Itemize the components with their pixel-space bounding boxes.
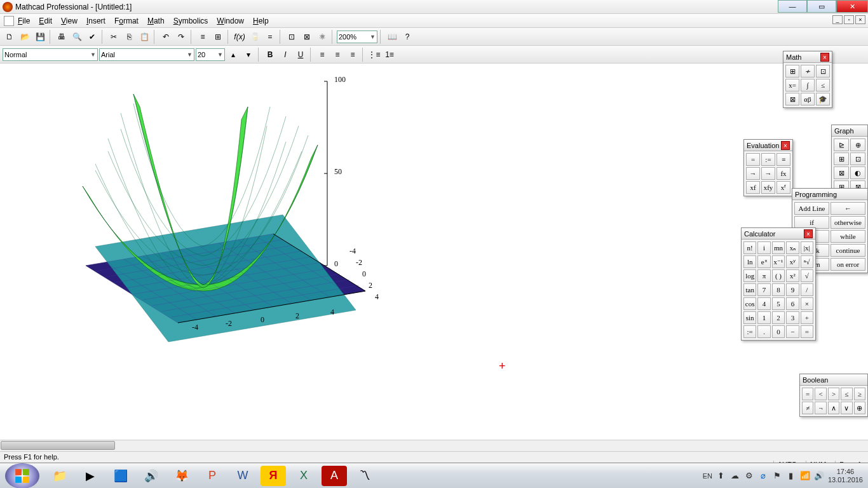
menu-edit[interactable]: Edit [39,17,52,25]
italic-icon[interactable]: I [278,48,292,62]
palette-button[interactable]: ∨ [841,402,852,414]
calc-button[interactable]: 8 [772,283,785,296]
calc-button[interactable]: eˣ [757,255,770,268]
clock[interactable]: 17:4613.01.2016 [828,468,863,484]
close-icon[interactable]: × [820,53,829,62]
underline-icon[interactable]: U [294,48,308,62]
math-palette[interactable]: Math× ⊞≁⊡x=∫≤⊠αβ🎓 [783,51,832,108]
palette-button[interactable]: xf [746,181,760,194]
calc-button[interactable]: 6 [786,297,799,310]
close-icon[interactable]: × [804,229,813,238]
save-icon[interactable]: 💾 [33,30,47,44]
palette-button[interactable]: ⊞ [834,152,849,165]
mathcad-icon[interactable]: 〽 [352,466,377,486]
sound-icon[interactable]: 🔊 [814,471,824,481]
palette-button[interactable]: ⊕ [850,139,865,151]
calc-button[interactable]: i [757,241,770,254]
volume-icon[interactable]: 🔊 [139,466,164,486]
undo-icon[interactable]: ↶ [159,30,173,44]
style-combo[interactable]: Normal▼ [3,48,98,61]
palette-button[interactable]: = [746,153,760,166]
palette-button[interactable]: while [831,230,865,243]
evaluation-palette[interactable]: Evaluation× =:=≡→→fxxfxfyxᶠ [743,139,793,196]
menu-insert[interactable]: Insert [86,17,105,25]
palette-button[interactable]: ◐ [850,166,865,179]
calc-button[interactable]: 3 [786,311,799,324]
numlist-icon[interactable]: 1≡ [383,48,397,62]
calc-button[interactable]: / [801,283,813,296]
adobe-icon[interactable]: A [322,466,347,486]
menu-window[interactable]: Window [217,17,244,25]
menu-format[interactable]: Format [114,17,139,25]
battery-icon[interactable]: ▮ [786,471,796,481]
menu-help[interactable]: Help [253,17,269,25]
palette-button[interactable]: if [794,216,829,229]
palette-button[interactable]: ∫ [801,79,815,92]
preview-icon[interactable]: 🔍 [70,30,84,44]
menu-file[interactable]: File [18,17,30,25]
palette-button[interactable]: x= [785,79,799,92]
calc-button[interactable]: 1 [757,311,770,324]
calc-button[interactable]: x² [786,269,799,282]
calc-button[interactable]: = [801,325,813,338]
palette-button[interactable]: otherwise [831,216,865,229]
cut-icon[interactable]: ✂ [107,30,121,44]
start-button[interactable] [5,463,39,489]
calc-button[interactable]: ln [743,255,756,268]
palette-button[interactable]: → [746,167,760,180]
calc-button[interactable]: 2 [772,311,785,324]
calc-button[interactable]: 5 [772,297,785,310]
palette-button[interactable]: ≁ [801,65,815,78]
tray-icon[interactable]: ⬆ [716,471,726,481]
palette-button[interactable]: xfy [761,181,775,194]
bullets-icon[interactable]: ⋮≡ [367,48,381,62]
alignl-icon[interactable]: ≡ [315,48,329,62]
close-button[interactable]: ✕ [836,0,868,13]
mdi-max[interactable]: ▫ [844,15,854,24]
calc-button[interactable]: π [757,269,770,282]
align-icon[interactable]: ≡ [196,30,210,44]
palette-button[interactable]: ⊡ [816,65,830,78]
palette-button[interactable]: < [815,388,826,400]
calc-button[interactable]: := [743,325,756,338]
zoom-combo[interactable]: 200%▼ [337,30,377,43]
calc-button[interactable]: x⁻¹ [772,255,785,268]
palette-button[interactable]: ⊞ [785,65,799,78]
palette-button[interactable]: αβ [801,93,815,105]
palette-button[interactable]: > [828,388,839,400]
calc-button[interactable]: mn [772,241,785,254]
calc-button[interactable]: 0 [772,325,785,338]
doc-icon[interactable] [4,16,14,26]
calculator-palette[interactable]: Calculator× n!imnxₙ|x|lneˣx⁻¹xʸⁿ√logπ( )… [741,227,816,341]
calc-button[interactable]: xₙ [786,241,799,254]
horizontal-scrollbar[interactable] [0,440,868,451]
calc-button[interactable]: sin [743,311,756,324]
new-icon[interactable]: 🗋 [3,30,17,44]
palette-button[interactable]: ≤ [841,388,852,400]
calc-button[interactable]: xʸ [786,255,799,268]
palette-button[interactable]: ≡ [776,153,790,166]
yandex-icon[interactable]: Я [261,466,286,486]
align2-icon[interactable]: ⊞ [211,30,225,44]
help-icon[interactable]: 📖 [385,30,399,44]
boolean-palette[interactable]: Boolean =<>≤≥≠¬∧∨⊕ [799,374,868,417]
word-icon[interactable]: W [230,466,255,486]
palette-button[interactable]: ⊕ [854,402,865,414]
paste-icon[interactable]: 📋 [137,30,151,44]
mdi-close[interactable]: × [855,15,865,24]
palette-button[interactable]: ≠ [802,402,813,414]
open-icon[interactable]: 📂 [18,30,32,44]
fx-icon[interactable]: f(x) [233,30,247,44]
font-combo[interactable]: Arial▼ [99,48,194,61]
tray-icon[interactable]: ⚙ [744,471,754,481]
palette-button[interactable]: Add Line [794,202,829,215]
lang-indicator[interactable]: EN [703,472,712,480]
redo-icon[interactable]: ↷ [174,30,188,44]
palette-button[interactable]: xᶠ [776,181,790,194]
calc-button[interactable]: ⁿ√ [801,255,813,268]
bluetooth-icon[interactable]: ⌀ [758,471,768,481]
size-combo[interactable]: 20▼ [196,48,225,61]
menu-view[interactable]: View [61,17,78,25]
document-area[interactable]: 100 50 0 -4 -2 0 2 4 -4 -2 0 2 4 z,x1,x2… [0,64,868,451]
firefox-icon[interactable]: 🦊 [169,466,194,486]
